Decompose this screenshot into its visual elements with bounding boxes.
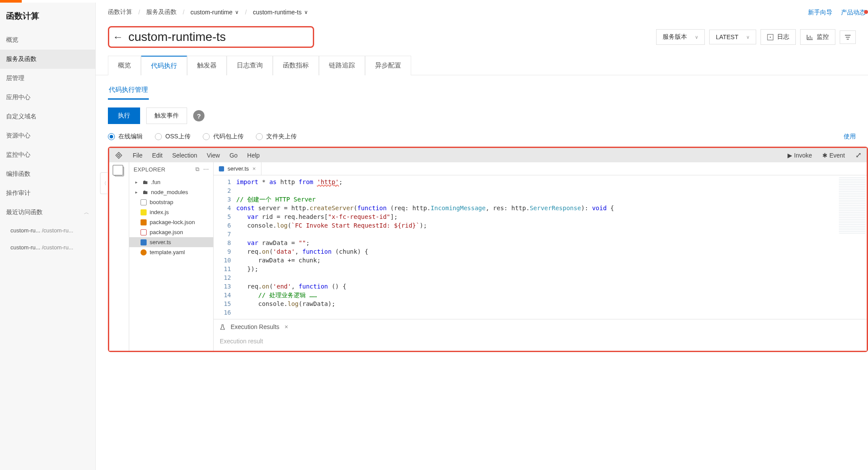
service-version-select[interactable]: 服务版本∨: [656, 29, 705, 45]
tabs: 概览 代码执行 触发器 日志查询 函数指标 链路追踪 异步配置: [96, 56, 868, 75]
radio-icon: [203, 133, 210, 140]
folder-icon: 🖿: [142, 189, 148, 195]
ts-icon: [219, 166, 224, 171]
monitor-button[interactable]: 监控: [800, 29, 835, 45]
sidebar-item-orchestration[interactable]: 编排函数: [0, 164, 95, 184]
menu-selection[interactable]: Selection: [172, 152, 198, 159]
chevron-down-icon: ∨: [235, 9, 239, 15]
code-content[interactable]: import * as http from 'http'; // 创建一个 HT…: [236, 175, 867, 319]
sidebar-item-audit[interactable]: 操作审计: [0, 184, 95, 203]
tree-folder[interactable]: ▸🖿node_modules: [129, 187, 213, 197]
chevron-right-icon: ▸: [135, 180, 139, 185]
radio-package-upload[interactable]: 代码包上传: [203, 133, 244, 141]
menu-view[interactable]: View: [207, 152, 220, 159]
execution-results-bar[interactable]: Execution Results ×: [214, 319, 867, 334]
sidebar-item-layers[interactable]: 层管理: [0, 69, 95, 88]
tree-file-active[interactable]: server.ts: [129, 237, 213, 247]
expand-icon[interactable]: ⤢: [855, 151, 861, 160]
subtab-code-mgmt[interactable]: 代码执行管理: [108, 81, 149, 100]
invoke-button[interactable]: ▶ Invoke: [788, 152, 812, 159]
tab-logs[interactable]: 日志查询: [227, 56, 273, 75]
new-window-icon[interactable]: ⧉: [195, 166, 199, 173]
activity-bar: [109, 162, 129, 351]
close-tab-icon[interactable]: ×: [252, 165, 256, 172]
header-actions: 服务版本∨ LATEST∨ 日志 监控: [656, 29, 856, 45]
tab-overview[interactable]: 概览: [108, 56, 141, 75]
tab-code-exec[interactable]: 代码执行: [141, 56, 187, 75]
close-icon[interactable]: ×: [285, 323, 288, 330]
svg-point-1: [770, 37, 771, 37]
tree-file[interactable]: index.js: [129, 207, 213, 217]
editor-tab[interactable]: server.ts ×: [214, 162, 261, 175]
sidebar-recent-label: 最近访问函数: [6, 208, 43, 216]
menu-edit[interactable]: Edit: [152, 152, 163, 159]
sidebar-title: 函数计算: [0, 3, 95, 30]
tree-file[interactable]: package-lock.json: [129, 217, 213, 227]
menu-help[interactable]: Help: [247, 152, 260, 159]
flask-icon: [220, 324, 225, 330]
breadcrumb-function-dropdown[interactable]: custom-runtime-ts∨: [253, 9, 308, 16]
sidebar-item-app-center[interactable]: 应用中心: [0, 88, 95, 107]
log-icon: [767, 34, 774, 40]
editor-highlight-box: 〈 File Edit Selection View Go Help ▶ Inv…: [108, 147, 868, 352]
minimap[interactable]: [839, 177, 866, 234]
sidebar-item-monitoring[interactable]: 监控中心: [0, 145, 95, 164]
radio-online-edit[interactable]: 在线编辑: [108, 133, 143, 141]
link-newbie-guide[interactable]: 新手向导: [808, 9, 832, 17]
event-button[interactable]: ✱ Event: [822, 152, 845, 159]
usage-link[interactable]: 使用: [844, 133, 856, 141]
radio-oss-upload[interactable]: OSS上传: [155, 133, 191, 141]
explorer-icon[interactable]: [114, 167, 124, 176]
radio-icon: [155, 133, 162, 140]
sidebar-recent-header[interactable]: 最近访问函数 ︿: [0, 203, 95, 222]
sidebar-item-resources[interactable]: 资源中心: [0, 126, 95, 145]
version-latest-select[interactable]: LATEST∨: [709, 30, 756, 44]
lock-icon: [141, 219, 147, 225]
explorer-title: EXPLORER: [134, 166, 165, 173]
sidebar-item-services[interactable]: 服务及函数: [0, 50, 95, 69]
code-scroll[interactable]: 12345678910111213141516 import * as http…: [214, 175, 867, 319]
sidebar-recent-item[interactable]: custom-ru... /custom-ru...: [0, 222, 95, 239]
tab-metrics[interactable]: 函数指标: [273, 56, 319, 75]
upload-radio-group: 在线编辑 OSS上传 代码包上传 文件夹上传 使用: [96, 133, 868, 147]
breadcrumb-item[interactable]: 函数计算: [108, 8, 132, 16]
sidebar-item-overview[interactable]: 概览: [0, 30, 95, 50]
tab-async[interactable]: 异步配置: [365, 56, 411, 75]
collapse-handle[interactable]: 〈: [100, 172, 107, 194]
yaml-icon: [141, 249, 147, 255]
tab-tracing[interactable]: 链路追踪: [319, 56, 365, 75]
tab-triggers[interactable]: 触发器: [187, 56, 227, 75]
tree-file[interactable]: template.yaml: [129, 247, 213, 257]
top-links: 新手向导 产品动态: [808, 9, 868, 17]
radio-icon: [256, 133, 263, 140]
chevron-down-icon: ∨: [746, 34, 750, 40]
more-button[interactable]: [840, 30, 856, 44]
npm-icon: [141, 229, 147, 235]
trigger-event-button[interactable]: 触发事件: [146, 107, 187, 124]
notification-badge: [864, 10, 868, 14]
editor-body: EXPLORER ⧉ ⋯ ▸🖿.fun ▸🖿node_modules boots…: [109, 162, 867, 351]
chart-icon: [807, 34, 813, 40]
filter-icon: [845, 34, 851, 40]
more-icon[interactable]: ⋯: [203, 166, 209, 173]
breadcrumb-item[interactable]: 服务及函数: [146, 8, 177, 16]
link-product-updates[interactable]: 产品动态: [841, 9, 865, 17]
ts-icon: [141, 239, 147, 245]
menu-go[interactable]: Go: [229, 152, 238, 159]
run-button[interactable]: 执行: [108, 107, 140, 124]
tree-file[interactable]: package.json: [129, 227, 213, 237]
chevron-up-icon: ︿: [84, 209, 89, 216]
tree-folder[interactable]: ▸🖿.fun: [129, 177, 213, 187]
chevron-right-icon: ▸: [135, 190, 139, 195]
sidebar-recent-item[interactable]: custom-ru... /custom-ru...: [0, 239, 95, 256]
tree-file[interactable]: bootstrap: [129, 197, 213, 207]
ide-logo-icon: [114, 151, 123, 160]
radio-folder-upload[interactable]: 文件夹上传: [256, 133, 297, 141]
explorer-header: EXPLORER ⧉ ⋯: [129, 162, 213, 176]
menu-file[interactable]: File: [133, 152, 143, 159]
back-arrow-icon[interactable]: ←: [113, 31, 123, 43]
help-icon[interactable]: ?: [193, 110, 204, 121]
sidebar-item-domains[interactable]: 自定义域名: [0, 107, 95, 126]
log-button[interactable]: 日志: [761, 29, 796, 45]
breadcrumb-service-dropdown[interactable]: custom-runtime∨: [191, 9, 239, 16]
